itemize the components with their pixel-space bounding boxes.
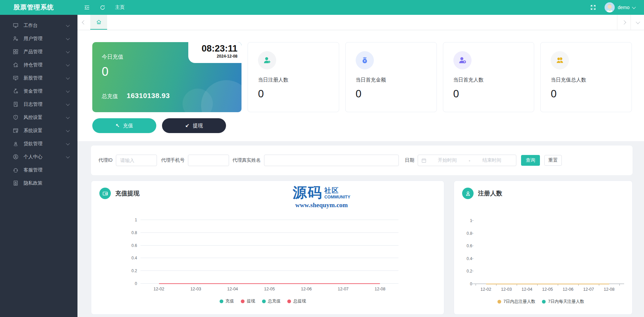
y-tick-label: 0.2 [459,269,472,274]
y-tick-label: 0.6 [459,244,472,248]
legend-item[interactable]: 7日内总注册人数 [497,299,535,305]
y-tick-mark [471,284,474,284]
legend-dot-icon [287,299,291,303]
window-gear-icon [13,128,19,133]
y-tick-label: 0 [124,281,137,286]
log-document-icon [13,101,19,107]
recharge-button[interactable]: ↖ 充值 [92,118,156,133]
gridline [140,258,398,258]
user-gear-icon [13,36,19,41]
x-tick-label: 12-05 [542,287,553,292]
headset-icon [13,167,19,173]
legend-dot-icon [220,299,223,303]
collapse-sidebar-icon[interactable] [84,4,90,11]
sidebar-item-system-settings[interactable]: 系统设置 [0,124,77,137]
sidebar-item-privacy-policy[interactable]: 隐私政策 [0,177,77,190]
date-start-placeholder: 开始时间 [426,157,468,163]
recharge-withdraw-chart-card: 充值提现 源码 社区 COMMUNITY www.shequym.com 00.… [91,181,444,315]
withdraw-button[interactable]: ↙ 提现 [162,118,226,133]
sidebar-item-product-management[interactable]: 产品管理 [0,45,77,58]
user-menu-chevron-icon[interactable] [632,5,636,9]
sidebar-item-newstock-management[interactable]: 新股管理 [0,71,77,85]
watermark-logo: 源码 社区 COMMUNITY www.shequym.com [293,185,350,209]
refresh-icon[interactable] [99,4,106,11]
chevron-down-icon [66,141,70,145]
chart-title: 注册人数 [478,189,502,197]
tab-home[interactable] [90,15,107,30]
x-tick-label: 12-08 [604,287,615,292]
x-tick-label: 12-04 [227,287,238,291]
sidebar-item-funds-management[interactable]: 资金管理 [0,85,77,98]
sidebar-item-user-management[interactable]: 用户管理 [0,32,77,45]
chevron-down-icon [66,49,70,53]
total-recharge-value: 16310138.93 [127,92,170,100]
total-recharge-label: 总充值 [102,93,118,100]
agent-name-label: 代理真实姓名 [232,157,261,163]
legend-item[interactable]: 总提现 [287,298,306,304]
sidebar-item-position-management[interactable]: 持仓管理 [0,58,77,71]
nav-home-link[interactable]: 主页 [115,4,125,10]
sidebar-item-risk-settings[interactable]: 风控设置 [0,111,77,124]
date-separator: - [468,158,471,163]
home-icon [96,19,102,25]
filter-panel: 代理ID 代理手机号 代理真实姓名 日期 开始时间 - 结束时间 查询 重置 [91,146,633,175]
y-tick-label: 0.8 [124,230,137,235]
agent-id-label: 代理ID [98,157,112,163]
series-line [486,284,609,284]
x-tick-label: 12-06 [563,287,574,292]
privacy-lock-icon [13,180,19,186]
agent-phone-input[interactable] [188,155,229,166]
chevron-down-icon [66,102,70,105]
clock-time: 08:23:11 [188,43,237,54]
reset-button[interactable]: 重置 [544,155,562,166]
calendar-icon [421,158,426,163]
y-tick-label: 0.4 [124,256,137,260]
sidebar-item-customer-service[interactable]: 客服管理 [0,163,77,177]
legend-item[interactable]: 充值 [220,298,234,304]
legend-item[interactable]: 总充值 [262,298,281,304]
date-range-input[interactable]: 开始时间 - 结束时间 [418,155,516,166]
stat-value: 0 [453,88,524,100]
gridline [140,271,398,271]
sidebar-item-log-management[interactable]: 日志管理 [0,98,77,111]
legend-item[interactable]: 提现 [241,298,255,304]
legend-item[interactable]: 7日内每天注册人数 [542,299,584,305]
wallet-icon [99,188,111,199]
tabs-scroll-right-icon[interactable] [617,15,631,30]
agent-phone-label: 代理手机号 [161,157,185,163]
agent-id-input[interactable] [116,155,157,166]
gridline [140,220,398,220]
app-title: 股票管理系统 [0,3,77,12]
tab-bar [77,15,644,30]
y-tick-label: 1 [459,218,472,223]
today-recharge-value: 0 [102,65,232,79]
chevron-down-icon [66,23,70,27]
gridline [140,232,398,233]
stat-card-first-recharge-amount: 当日首充金额 0 [345,42,437,112]
y-tick-label: 1 [124,218,137,222]
sidebar-item-loan-management[interactable]: 贷款管理 [0,137,77,150]
grid-icon [13,49,19,55]
sidebar-item-profile-center[interactable]: 个人中心 [0,150,77,163]
tabs-scroll-left-icon[interactable] [77,15,90,30]
page-content: 今日充值 0 总充值 16310138.93 08:23:11 2024-12-… [77,30,644,317]
stat-label: 当日充值总人数 [551,77,621,83]
user-plus-icon [258,51,276,69]
x-tick-mark [619,284,620,286]
x-tick-label: 12-02 [154,287,164,291]
y-tick-label: 0.8 [459,231,472,236]
tabs-menu-icon[interactable] [631,15,644,30]
clock: 08:23:11 2024-12-08 [188,42,242,63]
legend-dot-icon [241,299,245,303]
home-gear-icon [13,62,19,68]
search-button[interactable]: 查询 [521,155,540,166]
user-avatar[interactable] [605,2,615,12]
stat-card-registered: 当日注册人数 0 [248,42,339,112]
chevron-down-icon [66,154,70,158]
username[interactable]: demo [618,5,630,10]
register-chart: 00.20.40.60.8112-0212-0312-0412-0512-061… [476,221,619,284]
fullscreen-icon[interactable] [590,4,597,11]
agent-name-input[interactable] [264,155,399,166]
loan-person-icon [13,141,19,147]
sidebar-item-workbench[interactable]: 工作台 [0,19,77,32]
